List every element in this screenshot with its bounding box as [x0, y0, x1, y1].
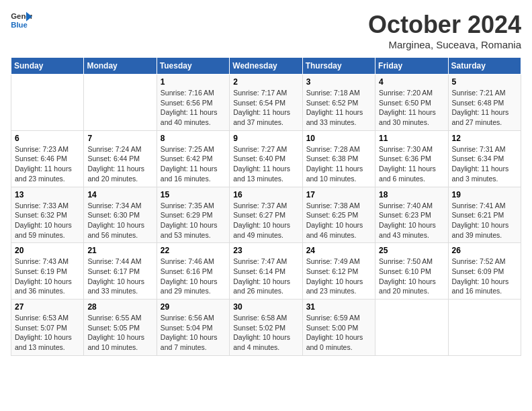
day-number: 18	[379, 190, 444, 199]
calendar-cell	[84, 75, 157, 131]
day-info: Sunrise: 7:49 AM Sunset: 6:12 PM Dayligh…	[306, 257, 371, 296]
calendar-cell: 5Sunrise: 7:21 AM Sunset: 6:48 PM Daylig…	[448, 75, 521, 131]
day-number: 15	[161, 190, 226, 199]
month-title: October 2024	[368, 11, 521, 39]
day-info: Sunrise: 6:53 AM Sunset: 5:07 PM Dayligh…	[15, 313, 80, 353]
calendar-cell: 12Sunrise: 7:31 AM Sunset: 6:34 PM Dayli…	[448, 130, 521, 187]
day-number: 14	[87, 190, 152, 199]
day-number: 16	[233, 190, 298, 199]
column-header-tuesday: Tuesday	[157, 58, 229, 75]
calendar-cell: 4Sunrise: 7:20 AM Sunset: 6:50 PM Daylig…	[375, 75, 448, 131]
day-info: Sunrise: 7:33 AM Sunset: 6:32 PM Dayligh…	[15, 201, 80, 240]
day-info: Sunrise: 7:34 AM Sunset: 6:30 PM Dayligh…	[87, 201, 152, 240]
day-number: 10	[306, 134, 371, 143]
day-info: Sunrise: 7:37 AM Sunset: 6:27 PM Dayligh…	[233, 201, 298, 240]
day-info: Sunrise: 7:46 AM Sunset: 6:16 PM Dayligh…	[161, 257, 226, 296]
day-info: Sunrise: 7:20 AM Sunset: 6:50 PM Dayligh…	[379, 88, 444, 128]
day-info: Sunrise: 7:18 AM Sunset: 6:52 PM Dayligh…	[306, 88, 371, 128]
day-number: 20	[15, 246, 80, 255]
day-number: 6	[15, 134, 80, 143]
calendar-cell: 3Sunrise: 7:18 AM Sunset: 6:52 PM Daylig…	[302, 75, 375, 131]
day-info: Sunrise: 7:44 AM Sunset: 6:17 PM Dayligh…	[87, 257, 152, 296]
day-number: 30	[233, 302, 298, 312]
calendar-cell: 17Sunrise: 7:38 AM Sunset: 6:25 PM Dayli…	[302, 187, 375, 243]
calendar-cell: 11Sunrise: 7:30 AM Sunset: 6:36 PM Dayli…	[375, 130, 448, 187]
calendar-cell: 2Sunrise: 7:17 AM Sunset: 6:54 PM Daylig…	[230, 75, 302, 131]
calendar-cell: 9Sunrise: 7:27 AM Sunset: 6:40 PM Daylig…	[230, 130, 302, 187]
title-block: October 2024 Marginea, Suceava, Romania	[368, 11, 521, 50]
calendar-header-row: SundayMondayTuesdayWednesdayThursdayFrid…	[11, 58, 521, 75]
calendar-cell: 10Sunrise: 7:28 AM Sunset: 6:38 PM Dayli…	[302, 130, 375, 187]
day-info: Sunrise: 7:35 AM Sunset: 6:29 PM Dayligh…	[161, 201, 226, 240]
calendar-cell: 24Sunrise: 7:49 AM Sunset: 6:12 PM Dayli…	[302, 243, 375, 300]
logo: General Blue	[11, 11, 32, 30]
calendar-cell: 8Sunrise: 7:25 AM Sunset: 6:42 PM Daylig…	[157, 130, 229, 187]
calendar-cell	[11, 75, 84, 131]
calendar-table: SundayMondayTuesdayWednesdayThursdayFrid…	[11, 57, 521, 356]
column-header-monday: Monday	[84, 58, 157, 75]
calendar-cell: 30Sunrise: 6:58 AM Sunset: 5:02 PM Dayli…	[230, 300, 302, 356]
location: Marginea, Suceava, Romania	[368, 39, 521, 50]
column-header-wednesday: Wednesday	[230, 58, 302, 75]
calendar-cell: 7Sunrise: 7:24 AM Sunset: 6:44 PM Daylig…	[84, 130, 157, 187]
svg-text:Blue: Blue	[11, 21, 28, 29]
column-header-sunday: Sunday	[11, 58, 84, 75]
calendar-cell: 25Sunrise: 7:50 AM Sunset: 6:10 PM Dayli…	[375, 243, 448, 300]
day-number: 9	[233, 134, 298, 143]
calendar-week-row: 13Sunrise: 7:33 AM Sunset: 6:32 PM Dayli…	[11, 187, 521, 243]
day-number: 17	[306, 190, 371, 199]
day-info: Sunrise: 7:43 AM Sunset: 6:19 PM Dayligh…	[15, 257, 80, 296]
day-number: 21	[87, 246, 152, 255]
day-info: Sunrise: 6:58 AM Sunset: 5:02 PM Dayligh…	[233, 313, 298, 353]
day-info: Sunrise: 7:40 AM Sunset: 6:23 PM Dayligh…	[379, 201, 444, 240]
calendar-cell: 22Sunrise: 7:46 AM Sunset: 6:16 PM Dayli…	[157, 243, 229, 300]
day-number: 22	[161, 246, 226, 255]
calendar-cell: 19Sunrise: 7:41 AM Sunset: 6:21 PM Dayli…	[448, 187, 521, 243]
day-info: Sunrise: 7:23 AM Sunset: 6:46 PM Dayligh…	[15, 144, 80, 184]
day-info: Sunrise: 7:21 AM Sunset: 6:48 PM Dayligh…	[452, 88, 517, 128]
day-info: Sunrise: 7:50 AM Sunset: 6:10 PM Dayligh…	[379, 257, 444, 296]
day-number: 3	[306, 77, 371, 87]
calendar-cell: 18Sunrise: 7:40 AM Sunset: 6:23 PM Dayli…	[375, 187, 448, 243]
calendar-cell: 23Sunrise: 7:47 AM Sunset: 6:14 PM Dayli…	[230, 243, 302, 300]
calendar-cell: 29Sunrise: 6:56 AM Sunset: 5:04 PM Dayli…	[157, 300, 229, 356]
day-info: Sunrise: 7:52 AM Sunset: 6:09 PM Dayligh…	[452, 257, 517, 296]
calendar-cell: 15Sunrise: 7:35 AM Sunset: 6:29 PM Dayli…	[157, 187, 229, 243]
day-number: 2	[233, 77, 298, 87]
day-number: 23	[233, 246, 298, 255]
day-number: 7	[87, 134, 152, 143]
day-info: Sunrise: 7:41 AM Sunset: 6:21 PM Dayligh…	[452, 201, 517, 240]
day-info: Sunrise: 7:30 AM Sunset: 6:36 PM Dayligh…	[379, 144, 444, 184]
day-number: 26	[452, 246, 517, 255]
column-header-thursday: Thursday	[302, 58, 375, 75]
calendar-cell: 1Sunrise: 7:16 AM Sunset: 6:56 PM Daylig…	[157, 75, 229, 131]
calendar-cell: 26Sunrise: 7:52 AM Sunset: 6:09 PM Dayli…	[448, 243, 521, 300]
logo-icon: General Blue	[11, 11, 32, 30]
calendar-cell: 21Sunrise: 7:44 AM Sunset: 6:17 PM Dayli…	[84, 243, 157, 300]
day-number: 5	[452, 77, 517, 87]
day-info: Sunrise: 7:16 AM Sunset: 6:56 PM Dayligh…	[161, 88, 226, 128]
day-number: 12	[452, 134, 517, 143]
day-number: 27	[15, 302, 80, 312]
column-header-friday: Friday	[375, 58, 448, 75]
calendar-week-row: 6Sunrise: 7:23 AM Sunset: 6:46 PM Daylig…	[11, 130, 521, 187]
column-header-saturday: Saturday	[448, 58, 521, 75]
calendar-cell	[448, 300, 521, 356]
calendar-cell: 31Sunrise: 6:59 AM Sunset: 5:00 PM Dayli…	[302, 300, 375, 356]
calendar-cell: 16Sunrise: 7:37 AM Sunset: 6:27 PM Dayli…	[230, 187, 302, 243]
calendar-cell: 20Sunrise: 7:43 AM Sunset: 6:19 PM Dayli…	[11, 243, 84, 300]
day-number: 29	[161, 302, 226, 312]
calendar-cell: 13Sunrise: 7:33 AM Sunset: 6:32 PM Dayli…	[11, 187, 84, 243]
day-info: Sunrise: 7:25 AM Sunset: 6:42 PM Dayligh…	[161, 144, 226, 184]
calendar-cell: 6Sunrise: 7:23 AM Sunset: 6:46 PM Daylig…	[11, 130, 84, 187]
calendar-cell: 27Sunrise: 6:53 AM Sunset: 5:07 PM Dayli…	[11, 300, 84, 356]
calendar-cell: 14Sunrise: 7:34 AM Sunset: 6:30 PM Dayli…	[84, 187, 157, 243]
calendar-cell: 28Sunrise: 6:55 AM Sunset: 5:05 PM Dayli…	[84, 300, 157, 356]
day-info: Sunrise: 6:59 AM Sunset: 5:00 PM Dayligh…	[306, 313, 371, 353]
page-header: General Blue October 2024 Marginea, Suce…	[11, 11, 521, 50]
day-number: 1	[161, 77, 226, 87]
day-info: Sunrise: 7:31 AM Sunset: 6:34 PM Dayligh…	[452, 144, 517, 184]
day-number: 19	[452, 190, 517, 199]
day-number: 25	[379, 246, 444, 255]
day-info: Sunrise: 7:17 AM Sunset: 6:54 PM Dayligh…	[233, 88, 298, 128]
